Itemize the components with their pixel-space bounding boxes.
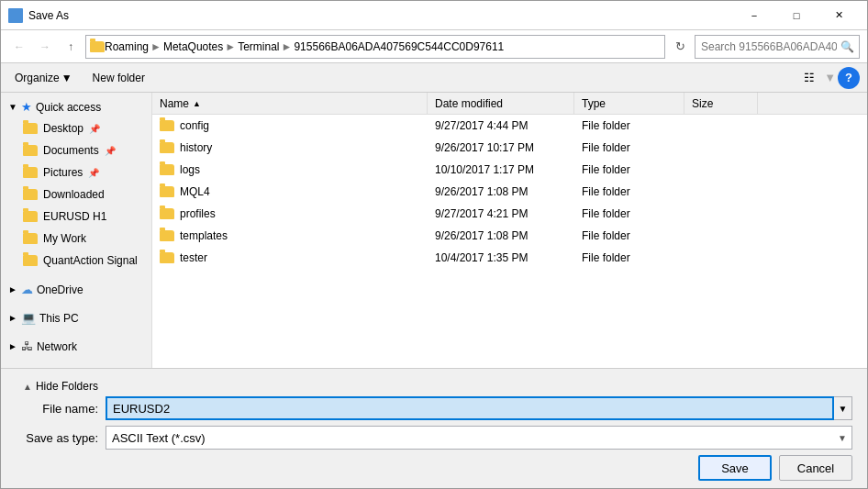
refresh-button[interactable]: ↻	[669, 36, 691, 58]
crumb-metaquotes[interactable]: MetaQuotes	[163, 40, 223, 53]
table-row[interactable]: logs 10/10/2017 1:17 PM File folder	[152, 159, 867, 181]
savetype-row: Save as type: ASCII Text (*.csv) ▼	[16, 426, 852, 450]
window-icon	[8, 8, 23, 23]
documents-folder-icon	[23, 145, 38, 156]
sidebar-item-documents[interactable]: Documents 📌	[1, 139, 151, 161]
sep1: ►	[150, 40, 161, 53]
sidebar-onedrive-header[interactable]: ► ☁ OneDrive	[1, 279, 151, 300]
file-size	[684, 203, 758, 225]
file-size	[684, 225, 758, 247]
up-button[interactable]: ↑	[60, 36, 82, 58]
network-arrow: ►	[8, 341, 17, 351]
quick-access-label: Quick access	[36, 101, 101, 114]
search-input[interactable]	[695, 35, 860, 59]
eurusd-folder-icon	[23, 211, 38, 222]
sidebar-item-quantaction[interactable]: QuantAction Signal	[1, 250, 151, 272]
title-bar-buttons: − □ ✕	[733, 1, 860, 30]
sidebar-network-header[interactable]: ► 🖧 Network	[1, 336, 151, 357]
savetype-select[interactable]: ASCII Text (*.csv)	[106, 426, 852, 450]
file-name: config	[180, 119, 209, 132]
network-icon: 🖧	[21, 339, 33, 353]
network-label: Network	[37, 340, 77, 353]
file-type: File folder	[574, 159, 684, 181]
file-rows-container: config 9/27/2017 4:44 PM File folder his…	[152, 115, 867, 269]
sep2: ►	[225, 40, 236, 53]
file-name: MQL4	[180, 185, 210, 198]
star-icon: ★	[21, 100, 32, 114]
file-name: logs	[180, 163, 200, 176]
file-size	[684, 115, 758, 137]
filename-row: File name: ▼	[16, 396, 852, 420]
sidebar-mywork-label: My Work	[43, 232, 86, 245]
address-bar[interactable]: Roaming ► MetaQuotes ► Terminal ► 915566…	[85, 35, 665, 59]
sidebar-sep1	[1, 272, 151, 279]
search-wrapper: 🔍	[695, 35, 860, 59]
sidebar-sep2	[1, 300, 151, 307]
folder-icon	[160, 230, 174, 241]
window-title: Save As	[28, 9, 733, 22]
main-area: ▼ ★ Quick access Desktop 📌 Documents 📌 P…	[1, 93, 867, 368]
col-header-type[interactable]: Type	[574, 93, 684, 114]
filename-dropdown-btn[interactable]: ▼	[834, 396, 852, 420]
file-date: 9/26/2017 1:08 PM	[428, 181, 574, 203]
onedrive-arrow: ►	[8, 284, 17, 295]
maximize-button[interactable]: □	[775, 1, 818, 30]
hide-folders-row[interactable]: ▲ Hide Folders	[16, 376, 852, 396]
savetype-select-wrapper: ASCII Text (*.csv) ▼	[106, 426, 852, 450]
close-button[interactable]: ✕	[818, 1, 860, 30]
help-button[interactable]: ?	[838, 67, 860, 89]
file-type: File folder	[574, 247, 684, 269]
file-type: File folder	[574, 203, 684, 225]
file-area: Name ▲ Date modified Type Size config 9	[152, 93, 867, 368]
hide-folders-label: Hide Folders	[36, 380, 98, 393]
table-row[interactable]: config 9/27/2017 4:44 PM File folder	[152, 115, 867, 137]
col-header-name[interactable]: Name ▲	[152, 93, 428, 114]
onedrive-label: OneDrive	[37, 283, 83, 296]
file-type: File folder	[574, 181, 684, 203]
sidebar-thispc-header[interactable]: ► 💻 This PC	[1, 307, 151, 328]
cancel-button[interactable]: Cancel	[779, 455, 852, 481]
col-header-size[interactable]: Size	[684, 93, 758, 114]
sidebar-item-desktop[interactable]: Desktop 📌	[1, 117, 151, 139]
forward-button[interactable]: →	[34, 36, 56, 58]
sidebar-quantaction-label: QuantAction Signal	[43, 254, 138, 267]
organize-button[interactable]: Organize ▼	[8, 67, 79, 89]
file-size	[684, 159, 758, 181]
table-row[interactable]: profiles 9/27/2017 4:21 PM File folder	[152, 203, 867, 225]
save-button[interactable]: Save	[698, 455, 772, 481]
back-button[interactable]: ←	[8, 36, 30, 58]
table-row[interactable]: history 9/26/2017 10:17 PM File folder	[152, 137, 867, 159]
sidebar-downloaded-label: Downloaded	[43, 188, 105, 201]
folder-icon	[160, 252, 174, 263]
file-name: tester	[180, 251, 207, 264]
sidebar-quick-access-header[interactable]: ▼ ★ Quick access	[1, 96, 151, 117]
file-date: 9/27/2017 4:44 PM	[428, 115, 574, 137]
organize-label: Organize	[15, 72, 60, 84]
minimize-button[interactable]: −	[733, 1, 775, 30]
crumb-roaming[interactable]: Roaming	[105, 40, 149, 53]
filename-input[interactable]	[106, 396, 834, 420]
sidebar-item-mywork[interactable]: My Work	[1, 228, 151, 250]
sidebar-pictures-label: Pictures	[43, 166, 83, 179]
view-button[interactable]: ☷	[796, 67, 822, 89]
pin-icon-documents: 📌	[105, 146, 116, 156]
file-type: File folder	[574, 225, 684, 247]
col-header-date[interactable]: Date modified	[428, 93, 574, 114]
crumb-terminal[interactable]: Terminal	[238, 40, 279, 53]
table-row[interactable]: templates 9/26/2017 1:08 PM File folder	[152, 225, 867, 247]
file-size	[684, 137, 758, 159]
desktop-folder-icon	[23, 123, 38, 134]
table-row[interactable]: MQL4 9/26/2017 1:08 PM File folder	[152, 181, 867, 203]
file-size	[684, 181, 758, 203]
new-folder-button[interactable]: New folder	[86, 67, 151, 89]
file-type: File folder	[574, 115, 684, 137]
sidebar-item-pictures[interactable]: Pictures 📌	[1, 161, 151, 183]
crumb-id[interactable]: 915566BA06ADA407569C544CC0D97611	[294, 40, 504, 53]
col-type-label: Type	[582, 97, 606, 110]
sidebar-item-eurusd[interactable]: EURUSD H1	[1, 206, 151, 228]
address-folder-icon	[90, 41, 105, 52]
file-size	[684, 247, 758, 269]
table-row[interactable]: tester 10/4/2017 1:35 PM File folder	[152, 247, 867, 269]
sidebar-item-downloaded[interactable]: Downloaded	[1, 183, 151, 206]
file-date: 9/26/2017 1:08 PM	[428, 225, 574, 247]
